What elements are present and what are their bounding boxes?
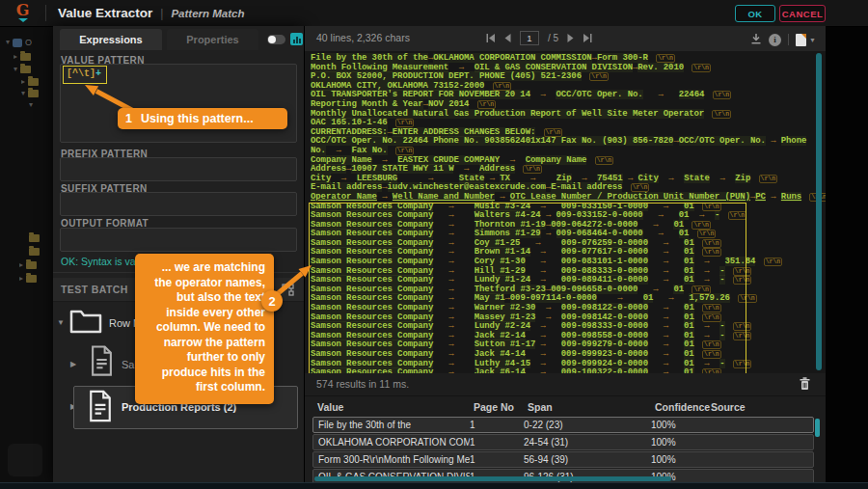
- debug-toggle[interactable]: [267, 35, 285, 44]
- info-icon[interactable]: i: [769, 34, 781, 46]
- match-highlight: Month Following Measurement: [311, 63, 448, 72]
- col-span[interactable]: Span: [528, 401, 655, 417]
- match-highlight: 009-077617-0-0000: [561, 247, 648, 257]
- download-button[interactable]: [750, 31, 762, 48]
- match-highlight: OIL TRANSPORTER's REPORT FOR NOVEMBER 20…: [311, 90, 530, 99]
- tab-arrow-icon: →: [541, 349, 546, 359]
- match-highlight: Samson Resources Company: [311, 321, 433, 331]
- first-page-button[interactable]: [486, 34, 496, 42]
- match-highlight: 01: [673, 285, 684, 294]
- match-highlight: 01: [684, 257, 694, 266]
- crlf-badge: \r\n: [733, 276, 752, 285]
- match-highlight: 01: [684, 266, 694, 276]
- page-navigator: / 5: [486, 31, 592, 45]
- tab-expressions[interactable]: Expressions: [60, 29, 162, 50]
- match-highlight: State: [459, 174, 485, 183]
- dropdown-caret-icon[interactable]: ▼: [809, 37, 816, 43]
- app-logo: G: [0, 0, 45, 26]
- match-highlight: Luthy #4-15: [475, 359, 530, 368]
- new-document-button[interactable]: [796, 34, 806, 46]
- match-highlight: ENTER ADDRESS CHANGES BELOW:: [393, 127, 535, 137]
- tab-arrow-icon: →: [673, 136, 678, 146]
- tree-node[interactable]: [29, 248, 40, 256]
- sales-caret-right-icon[interactable]: ▶: [70, 360, 76, 368]
- results-status: 574 results in 11 ms.: [316, 378, 409, 390]
- batch-process-icon[interactable]: [282, 283, 294, 300]
- tree-node[interactable]: ▸: [19, 261, 37, 269]
- ok-button[interactable]: OK: [735, 5, 775, 22]
- match-highlight: 009-068464-0-0000: [556, 229, 643, 238]
- match-highlight: Warner #2-30: [475, 303, 536, 312]
- match-highlight: Company Name: [311, 155, 372, 165]
- crlf-badge: \r\n: [702, 304, 721, 312]
- window-bottom-edge: [0, 482, 868, 489]
- folder-icon: [20, 53, 31, 61]
- col-page-no[interactable]: Page No: [474, 401, 528, 417]
- tab-arrow-icon: →: [448, 285, 453, 294]
- folder-icon: [29, 234, 40, 242]
- match-highlight: EASTEX CRUDE COMPANY: [397, 155, 500, 165]
- editor-toolbar-actions: i ▼: [750, 31, 816, 48]
- match-highlight: Samson Resources Company: [311, 210, 433, 220]
- row-match-folder-icon[interactable]: [68, 308, 103, 335]
- callout-step2: ... we are matching the operator names, …: [135, 254, 274, 404]
- prefix-pattern-input[interactable]: [60, 157, 297, 181]
- col-source[interactable]: Source: [711, 401, 830, 417]
- tree-node[interactable]: ▸: [14, 53, 31, 61]
- results-table-header: Value Page No Span Confidence Source: [305, 401, 830, 417]
- match-highlight: Thetford #3-23: [475, 285, 546, 294]
- match-highlight: Address: [311, 164, 346, 174]
- col-confidence[interactable]: Confidence: [655, 401, 711, 417]
- tab-arrow-icon: →: [382, 192, 387, 202]
- right-background-strip: [825, 0, 868, 489]
- crlf-badge: \r\n: [733, 332, 752, 340]
- result-row[interactable]: File by the 30th of the10-22 (23)100%: [312, 417, 814, 433]
- results-vertical-scrollbar[interactable]: [815, 419, 820, 437]
- output-format-input[interactable]: [60, 228, 297, 252]
- match-highlight: Cory #1-30: [475, 257, 526, 266]
- tab-arrow-icon: →: [448, 359, 453, 368]
- tree-node[interactable]: ▸: [19, 275, 37, 283]
- tab-properties[interactable]: Properties: [167, 29, 258, 50]
- titlebar-divider: [45, 5, 46, 21]
- last-page-button[interactable]: [583, 34, 592, 42]
- match-highlight: -: [719, 359, 724, 368]
- page-number-input[interactable]: [520, 31, 539, 45]
- next-page-button[interactable]: [567, 34, 574, 42]
- callout-step1: 1 Using this pattern...: [118, 108, 287, 129]
- sales-report-doc-icon[interactable]: [90, 345, 114, 376]
- result-row[interactable]: OKLAHOMA CORPORATION COMMISSION124-54 (3…: [312, 434, 814, 450]
- tab-arrow-icon: →: [448, 340, 453, 349]
- production-reports-doc-icon[interactable]: [88, 390, 113, 422]
- editor-vertical-scrollbar[interactable]: [816, 53, 822, 370]
- result-row[interactable]: Form 300-R\r\nMonth Following Measure...…: [312, 451, 814, 468]
- statistics-button[interactable]: [290, 33, 303, 45]
- tree-node[interactable]: ▾: [21, 90, 39, 97]
- match-highlight: 10907 STATE HWY 11 W: [351, 164, 453, 174]
- tree-node[interactable]: ▾: [29, 101, 33, 109]
- match-highlight: 009-083101-1-0000: [561, 257, 648, 266]
- tree-node[interactable]: ▸: [21, 78, 39, 86]
- tree-node[interactable]: ▾O: [6, 38, 32, 47]
- suffix-pattern-input[interactable]: [60, 192, 297, 216]
- root-caret-down-icon[interactable]: ▼: [57, 318, 65, 327]
- col-value[interactable]: Value: [317, 401, 474, 417]
- callout1-number: 1: [125, 112, 132, 125]
- value-pattern-input[interactable]: [^\t]+: [60, 64, 297, 143]
- prev-page-button[interactable]: [504, 34, 511, 42]
- tree-node[interactable]: ▾: [14, 66, 31, 73]
- cancel-button[interactable]: CANCEL: [779, 5, 826, 22]
- tab-arrow-icon: →: [653, 285, 658, 294]
- tab-arrow-icon: →: [448, 257, 453, 266]
- clear-results-button[interactable]: [800, 377, 810, 394]
- match-highlight: E-mail address: [551, 182, 622, 192]
- match-highlight: Walters #4-24: [475, 210, 541, 220]
- tree-node[interactable]: [29, 234, 40, 242]
- folder-icon: [28, 90, 39, 97]
- results-horizontal-scrollbar[interactable]: [314, 476, 671, 481]
- ocr-text-viewer[interactable]: File by the 30th of the→OKLAHOMA CORPORA…: [305, 51, 826, 373]
- match-highlight: Form 300-R: [597, 53, 648, 63]
- match-highlight: Samson Resources Company: [311, 202, 433, 211]
- tab-arrow-icon: →: [541, 275, 546, 285]
- match-highlight: OKLAHOMA CITY, OKLAHOMA 73152-2000: [311, 81, 484, 91]
